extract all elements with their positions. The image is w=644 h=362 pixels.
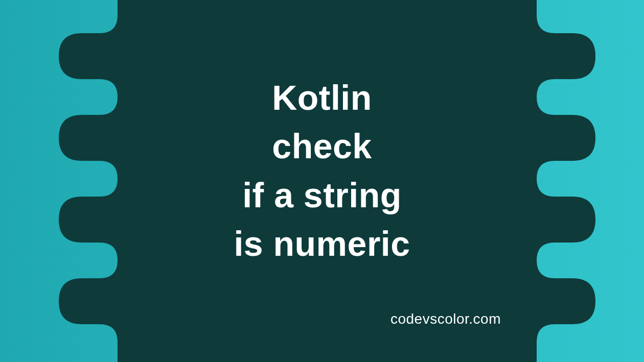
title-line-1: Kotlin <box>234 74 410 122</box>
title-line-4: is numeric <box>234 220 410 268</box>
content-area: Kotlin check if a string is numeric <box>234 74 410 288</box>
banner-container: Kotlin check if a string is numeric code… <box>0 0 644 362</box>
banner-title: Kotlin check if a string is numeric <box>234 74 410 268</box>
title-line-2: check <box>234 122 410 171</box>
attribution-text: codevscolor.com <box>390 311 501 327</box>
title-line-3: if a string <box>234 171 410 220</box>
